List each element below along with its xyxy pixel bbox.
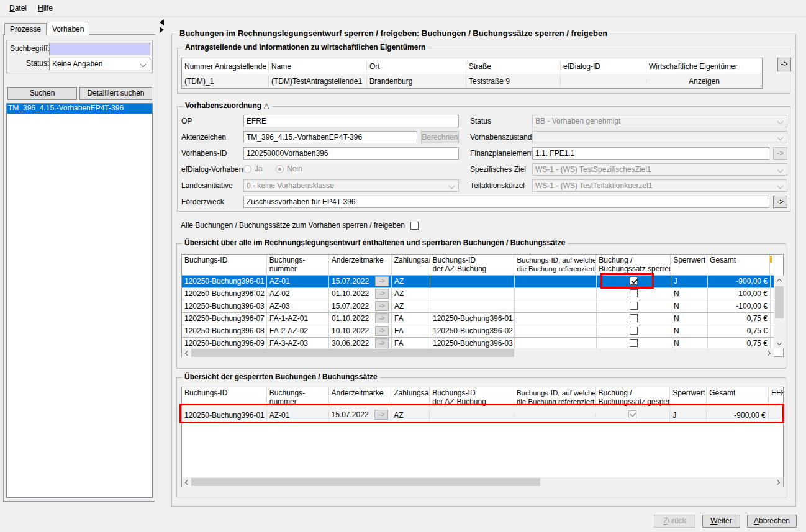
row-arrow-button[interactable]: -> xyxy=(375,338,389,348)
tab-prozesse[interactable]: Prozesse xyxy=(4,23,47,35)
locked-table: Buchungs-ID Buchungs-nummer Änderzeitmar… xyxy=(181,387,784,487)
scroll-down-button[interactable] xyxy=(774,339,784,348)
annotation-box-checkbox xyxy=(600,273,654,289)
lock-all-label: Alle Buchungen / Buchungssätze zum Vorha… xyxy=(181,221,405,230)
scrollbar-thumb[interactable] xyxy=(775,286,784,318)
applicants-legend: Antragstellende und Informationen zu wir… xyxy=(183,43,428,52)
scroll-up-icon xyxy=(776,279,781,284)
lock-all-checkbox[interactable] xyxy=(410,222,419,230)
ja-radio[interactable]: Ja xyxy=(243,165,263,173)
teilaktionskuerzel-label: Teilaktionskürzel xyxy=(470,179,525,190)
vertical-scrollbar[interactable] xyxy=(774,276,784,348)
main-panel: Buchungen im Rechnungslegungsentwurf spe… xyxy=(171,34,796,507)
splitter-handle[interactable] xyxy=(160,19,166,33)
chevron-down-icon xyxy=(449,183,455,189)
op-input[interactable]: EFRE xyxy=(243,115,459,127)
landesinitiative-select[interactable]: 0 - keine Vorhabensklasse xyxy=(243,179,459,192)
finanzplanelement-label: Finanzplanelement xyxy=(470,147,533,158)
row-arrow-button[interactable]: -> xyxy=(375,326,389,336)
scrollbar-thumb[interactable] xyxy=(191,478,540,486)
status-select[interactable]: Keine Angaben xyxy=(49,58,150,70)
expand-right-icon xyxy=(160,27,164,33)
aktenzeichen-label: Aktenzeichen xyxy=(181,131,226,142)
detailliert-suchen-button[interactable]: Detailliert suchen xyxy=(79,87,152,100)
scroll-up-button[interactable] xyxy=(774,276,784,285)
finanzplanelement-arrow-button[interactable]: -> xyxy=(773,147,787,160)
table-row[interactable]: 120250-Buchung396-09 FA-3-AZ-03 30.06.20… xyxy=(182,338,774,348)
lock-row-checkbox[interactable] xyxy=(630,302,638,310)
assignment-groupbox: Vorhabenszuordnung △ OP EFRE Aktenzeiche… xyxy=(177,106,790,212)
status-label: Status: xyxy=(26,59,49,68)
lock-row-checkbox[interactable] xyxy=(630,289,638,297)
lock-row-checkbox[interactable] xyxy=(630,327,638,335)
row-arrow-button[interactable]: -> xyxy=(375,289,389,299)
abbrechen-button[interactable]: Abbrechen xyxy=(747,515,797,528)
scroll-left-button[interactable] xyxy=(182,477,191,487)
teilaktionskuerzel-select[interactable]: WS-1 - (WS) TestTeilaktionkuerzel1 xyxy=(532,179,787,192)
op-label: OP xyxy=(181,115,192,125)
menu-hilfe[interactable]: Hilfe xyxy=(34,2,57,14)
collapse-left-icon xyxy=(160,19,164,25)
foerderzweck-input[interactable]: Zuschussvorhaben für EP4T-396 xyxy=(243,196,769,208)
status-field-label: Status xyxy=(470,115,491,125)
search-input[interactable] xyxy=(49,43,150,55)
results-listbox[interactable]: TM_396_4.15.-VorhabenEP4T-396 xyxy=(6,103,153,498)
aktenzeichen-input[interactable]: TM_396_4.15.-VorhabenEP4T-396 xyxy=(243,131,417,143)
chevron-down-icon xyxy=(777,183,784,189)
status-field-select[interactable]: BB - Vorhaben genehmigt xyxy=(532,115,787,127)
applicant-row[interactable]: (TDM)_1 (TDM)TestAntragstellende1 Brande… xyxy=(182,74,762,88)
lock-row-checkbox[interactable] xyxy=(630,314,638,322)
menu-datei[interactable]: Datei xyxy=(5,2,31,14)
vorhabens-id-label: Vorhabens-ID xyxy=(181,147,227,158)
applicants-table-header: Nummer Antragstellende Name Ort Straße e… xyxy=(182,58,762,74)
row-arrow-button[interactable]: -> xyxy=(375,301,389,311)
lock-row-checkbox[interactable] xyxy=(630,339,638,347)
table-row[interactable]: 120250-Buchung396-03 AZ-03 15.07.2022-> … xyxy=(182,300,774,313)
chevron-down-icon xyxy=(777,135,784,141)
landesinitiative-label: Landesinitiative xyxy=(181,179,233,190)
weiter-button[interactable]: Weiter xyxy=(702,515,740,528)
scroll-left-button[interactable] xyxy=(182,348,191,358)
scroll-right-button[interactable] xyxy=(774,477,783,487)
tab-vorhaben[interactable]: Vorhaben xyxy=(47,22,89,35)
horizontal-scrollbar[interactable] xyxy=(182,348,774,358)
search-label: Suchbegriff: xyxy=(10,44,50,53)
row-arrow-button[interactable]: -> xyxy=(375,276,389,286)
berechnen-button[interactable]: Berechnen xyxy=(421,131,459,143)
row-arrow-button[interactable]: -> xyxy=(375,313,389,323)
foerderzweck-label: Förderzweck xyxy=(181,196,224,206)
suchen-button[interactable]: Suchen xyxy=(7,87,77,100)
chevron-down-icon xyxy=(777,167,784,173)
spezifisches-ziel-label: Spezifisches Ziel xyxy=(470,163,526,174)
overview-legend: Übersicht über alle im Rechnungslegungse… xyxy=(182,238,568,247)
applicants-table: Nummer Antragstellende Name Ort Straße e… xyxy=(181,58,763,89)
page-title: Buchungen im Rechnungslegungsentwurf spe… xyxy=(177,29,610,38)
table-row[interactable]: 120250-Buchung396-07 FA-1-AZ-01 01.10.20… xyxy=(182,313,774,325)
vorhabenszustand-select[interactable] xyxy=(532,131,787,143)
spezifisches-ziel-select[interactable]: WS-1 - (WS) TestSpezifischesZiel1 xyxy=(532,163,787,176)
radio-icon xyxy=(243,165,251,173)
sidebar: Prozesse Vorhaben Suchbegriff: Status: K… xyxy=(3,21,155,502)
foerderzweck-arrow-button[interactable]: -> xyxy=(773,196,787,208)
list-item[interactable]: TM_396_4.15.-VorhabenEP4T-396 xyxy=(7,104,152,114)
nein-radio[interactable]: Nein xyxy=(276,165,302,173)
overview-rows-viewport: 120250-Buchung396-01 AZ-01 15.07.2022-> … xyxy=(182,276,774,348)
application-window: Datei Hilfe Prozesse Vorhaben Suchbegrif… xyxy=(0,0,806,532)
table-row[interactable]: 120250-Buchung396-02 AZ-02 01.10.2022-> … xyxy=(182,288,774,300)
overview-table: Buchungs-ID Buchungs-nummer Änderzeitmar… xyxy=(181,254,784,357)
table-row[interactable]: 120250-Buchung396-08 FA-2-AZ-02 10.10.20… xyxy=(182,325,774,338)
finanzplanelement-input[interactable]: 1.1. FPE1.1 xyxy=(532,147,769,160)
scroll-right-icon xyxy=(766,350,771,355)
table-row[interactable]: 120250-Buchung396-01 AZ-01 15.07.2022-> … xyxy=(182,276,774,288)
vorhabenszustand-label: Vorhabenszustand xyxy=(470,131,532,142)
vorhabens-id-input[interactable]: 120250000Vorhaben396 xyxy=(243,147,459,160)
warning-triangle-icon: △ xyxy=(263,101,269,110)
anzeigen-cell-button[interactable]: Anzeigen xyxy=(646,76,762,87)
scrollbar-thumb[interactable] xyxy=(191,349,514,357)
applicants-arrow-button[interactable]: -> xyxy=(777,58,791,71)
lock-all-row: Alle Buchungen / Buchungssätze zum Vorha… xyxy=(181,221,419,230)
zurueck-button[interactable]: Zurück xyxy=(654,515,695,528)
horizontal-scrollbar[interactable] xyxy=(182,477,783,487)
overview-table-header: Buchungs-ID Buchungs-nummer Änderzeitmar… xyxy=(182,255,774,276)
scroll-right-button[interactable] xyxy=(764,348,774,358)
